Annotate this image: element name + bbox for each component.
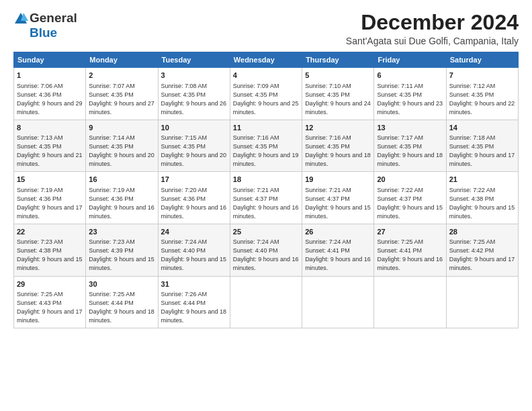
- day-number: 27: [377, 227, 443, 237]
- calendar-cell: 7Sunrise: 7:12 AMSunset: 4:35 PMDaylight…: [446, 68, 518, 120]
- day-number: 17: [161, 175, 227, 185]
- day-info: Sunrise: 7:22 AMSunset: 4:37 PMDaylight:…: [377, 186, 443, 221]
- calendar-day-header: Friday: [374, 52, 446, 68]
- calendar-cell: 11Sunrise: 7:16 AMSunset: 4:35 PMDayligh…: [230, 120, 302, 172]
- calendar-day-header: Saturday: [446, 52, 518, 68]
- day-info: Sunrise: 7:14 AMSunset: 4:35 PMDaylight:…: [89, 134, 154, 169]
- calendar-cell: 3Sunrise: 7:08 AMSunset: 4:35 PMDaylight…: [158, 68, 230, 120]
- day-number: 28: [449, 227, 515, 237]
- day-number: 31: [161, 279, 227, 289]
- calendar-cell: 18Sunrise: 7:21 AMSunset: 4:37 PMDayligh…: [230, 172, 302, 224]
- day-info: Sunrise: 7:20 AMSunset: 4:36 PMDaylight:…: [161, 186, 227, 221]
- calendar-table: SundayMondayTuesdayWednesdayThursdayFrid…: [13, 52, 519, 328]
- calendar-cell: 15Sunrise: 7:19 AMSunset: 4:36 PMDayligh…: [14, 172, 86, 224]
- calendar-week-row: 1Sunrise: 7:06 AMSunset: 4:36 PMDaylight…: [14, 68, 519, 120]
- logo-general: General: [30, 11, 77, 26]
- day-info: Sunrise: 7:23 AMSunset: 4:39 PMDaylight:…: [89, 238, 154, 273]
- logo-icon: [13, 11, 28, 25]
- calendar-cell: 6Sunrise: 7:11 AMSunset: 4:35 PMDaylight…: [374, 68, 446, 120]
- day-info: Sunrise: 7:12 AMSunset: 4:35 PMDaylight:…: [449, 82, 515, 117]
- day-number: 8: [17, 123, 83, 133]
- calendar-header-row: SundayMondayTuesdayWednesdayThursdayFrid…: [14, 52, 519, 68]
- calendar-cell: 25Sunrise: 7:24 AMSunset: 4:40 PMDayligh…: [230, 224, 302, 276]
- day-number: 18: [233, 175, 299, 185]
- logo-blue: Blue: [30, 26, 57, 40]
- day-number: 16: [89, 175, 154, 185]
- day-info: Sunrise: 7:24 AMSunset: 4:40 PMDaylight:…: [161, 238, 227, 273]
- day-number: 22: [17, 227, 83, 237]
- day-info: Sunrise: 7:21 AMSunset: 4:37 PMDaylight:…: [305, 186, 371, 221]
- calendar-cell: 30Sunrise: 7:25 AMSunset: 4:44 PMDayligh…: [86, 276, 158, 328]
- calendar-cell: 23Sunrise: 7:23 AMSunset: 4:39 PMDayligh…: [86, 224, 158, 276]
- day-number: 7: [449, 71, 515, 81]
- day-info: Sunrise: 7:26 AMSunset: 4:44 PMDaylight:…: [161, 290, 227, 325]
- calendar-cell: [230, 276, 302, 328]
- calendar-cell: 9Sunrise: 7:14 AMSunset: 4:35 PMDaylight…: [86, 120, 158, 172]
- day-info: Sunrise: 7:09 AMSunset: 4:35 PMDaylight:…: [233, 82, 299, 117]
- calendar-cell: 21Sunrise: 7:22 AMSunset: 4:38 PMDayligh…: [446, 172, 518, 224]
- day-number: 24: [161, 227, 227, 237]
- day-number: 20: [377, 175, 443, 185]
- day-number: 10: [161, 123, 227, 133]
- day-info: Sunrise: 7:25 AMSunset: 4:44 PMDaylight:…: [89, 290, 154, 325]
- day-info: Sunrise: 7:06 AMSunset: 4:36 PMDaylight:…: [17, 82, 83, 117]
- day-info: Sunrise: 7:19 AMSunset: 4:36 PMDaylight:…: [89, 186, 154, 221]
- calendar-cell: 20Sunrise: 7:22 AMSunset: 4:37 PMDayligh…: [374, 172, 446, 224]
- calendar-cell: 17Sunrise: 7:20 AMSunset: 4:36 PMDayligh…: [158, 172, 230, 224]
- calendar-cell: 29Sunrise: 7:25 AMSunset: 4:43 PMDayligh…: [14, 276, 86, 328]
- day-number: 3: [161, 71, 227, 81]
- calendar-cell: 19Sunrise: 7:21 AMSunset: 4:37 PMDayligh…: [302, 172, 374, 224]
- day-info: Sunrise: 7:23 AMSunset: 4:38 PMDaylight:…: [17, 238, 83, 273]
- day-info: Sunrise: 7:15 AMSunset: 4:35 PMDaylight:…: [161, 134, 227, 169]
- day-number: 1: [17, 71, 83, 81]
- subtitle: Sant'Agata sui Due Golfi, Campania, Ital…: [346, 36, 519, 46]
- calendar-week-row: 22Sunrise: 7:23 AMSunset: 4:38 PMDayligh…: [14, 224, 519, 276]
- calendar-cell: 26Sunrise: 7:24 AMSunset: 4:41 PMDayligh…: [302, 224, 374, 276]
- calendar-day-header: Tuesday: [158, 52, 230, 68]
- calendar-cell: 13Sunrise: 7:17 AMSunset: 4:35 PMDayligh…: [374, 120, 446, 172]
- logo: General Blue: [13, 11, 77, 40]
- calendar-cell: 22Sunrise: 7:23 AMSunset: 4:38 PMDayligh…: [14, 224, 86, 276]
- day-number: 2: [89, 71, 154, 81]
- day-number: 14: [449, 123, 515, 133]
- day-info: Sunrise: 7:19 AMSunset: 4:36 PMDaylight:…: [17, 186, 83, 221]
- day-number: 5: [305, 71, 371, 81]
- day-info: Sunrise: 7:16 AMSunset: 4:35 PMDaylight:…: [233, 134, 299, 169]
- header: General Blue December 2024 Sant'Agata su…: [13, 11, 519, 46]
- calendar-cell: 12Sunrise: 7:16 AMSunset: 4:35 PMDayligh…: [302, 120, 374, 172]
- calendar-cell: 16Sunrise: 7:19 AMSunset: 4:36 PMDayligh…: [86, 172, 158, 224]
- title-block: December 2024 Sant'Agata sui Due Golfi, …: [346, 11, 519, 46]
- calendar-day-header: Sunday: [14, 52, 86, 68]
- day-number: 9: [89, 123, 154, 133]
- page: General Blue December 2024 Sant'Agata su…: [0, 0, 532, 411]
- day-number: 19: [305, 175, 371, 185]
- calendar-cell: 27Sunrise: 7:25 AMSunset: 4:41 PMDayligh…: [374, 224, 446, 276]
- day-number: 23: [89, 227, 154, 237]
- day-number: 11: [233, 123, 299, 133]
- day-number: 6: [377, 71, 443, 81]
- calendar-cell: 10Sunrise: 7:15 AMSunset: 4:35 PMDayligh…: [158, 120, 230, 172]
- day-info: Sunrise: 7:25 AMSunset: 4:43 PMDaylight:…: [17, 290, 83, 325]
- calendar-cell: 24Sunrise: 7:24 AMSunset: 4:40 PMDayligh…: [158, 224, 230, 276]
- day-info: Sunrise: 7:24 AMSunset: 4:41 PMDaylight:…: [305, 238, 371, 273]
- day-number: 29: [17, 279, 83, 289]
- day-info: Sunrise: 7:24 AMSunset: 4:40 PMDaylight:…: [233, 238, 299, 273]
- day-number: 30: [89, 279, 154, 289]
- day-number: 4: [233, 71, 299, 81]
- day-number: 12: [305, 123, 371, 133]
- calendar-cell: 2Sunrise: 7:07 AMSunset: 4:35 PMDaylight…: [86, 68, 158, 120]
- day-number: 26: [305, 227, 371, 237]
- day-number: 21: [449, 175, 515, 185]
- day-number: 15: [17, 175, 83, 185]
- day-info: Sunrise: 7:13 AMSunset: 4:35 PMDaylight:…: [17, 134, 83, 169]
- calendar-cell: 8Sunrise: 7:13 AMSunset: 4:35 PMDaylight…: [14, 120, 86, 172]
- calendar-cell: [302, 276, 374, 328]
- day-info: Sunrise: 7:21 AMSunset: 4:37 PMDaylight:…: [233, 186, 299, 221]
- day-info: Sunrise: 7:11 AMSunset: 4:35 PMDaylight:…: [377, 82, 443, 117]
- calendar-cell: 31Sunrise: 7:26 AMSunset: 4:44 PMDayligh…: [158, 276, 230, 328]
- calendar-cell: 1Sunrise: 7:06 AMSunset: 4:36 PMDaylight…: [14, 68, 86, 120]
- calendar-day-header: Monday: [86, 52, 158, 68]
- calendar-cell: 5Sunrise: 7:10 AMSunset: 4:35 PMDaylight…: [302, 68, 374, 120]
- day-info: Sunrise: 7:25 AMSunset: 4:41 PMDaylight:…: [377, 238, 443, 273]
- calendar-day-header: Thursday: [302, 52, 374, 68]
